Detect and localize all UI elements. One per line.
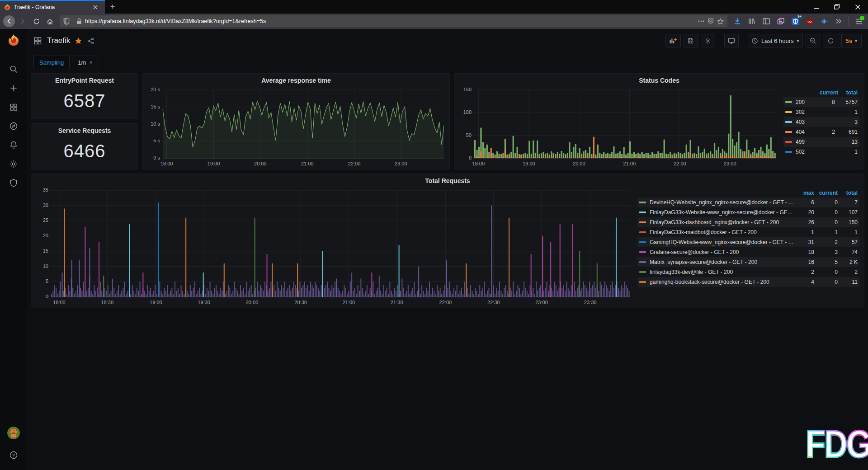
legend-row-item[interactable]: finlaydag33k-dev@file - GET - 200: [637, 267, 796, 277]
tab-close-icon[interactable]: [93, 5, 101, 9]
dashboards-icon[interactable]: [4, 98, 24, 117]
browser-window: Traefik - Grafana + https://grafana.finl…: [0, 0, 868, 470]
create-plus-icon[interactable]: [4, 79, 24, 98]
new-tab-button[interactable]: +: [105, 0, 120, 14]
restore-button[interactable]: [826, 0, 847, 14]
axis-tick-label: 21:00: [343, 300, 355, 305]
legend-row-item[interactable]: FinlayDaG33k-maidbot@docker - GET - 200: [637, 227, 796, 237]
tab-bar: Traefik - Grafana +: [0, 0, 868, 14]
save-dashboard-button[interactable]: [684, 34, 698, 47]
legend-row-item[interactable]: 404: [783, 127, 818, 137]
url-bar[interactable]: https://grafana.finlaydag33k.nl/d/VtBaxZ…: [60, 15, 727, 27]
sampling-variable-value[interactable]: 1m˅: [72, 56, 98, 69]
back-button[interactable]: [3, 15, 15, 28]
library-icon[interactable]: [745, 15, 758, 28]
legend-row-item[interactable]: 403: [783, 117, 818, 127]
favorite-star-icon[interactable]: [75, 37, 82, 45]
forward-button[interactable]: [16, 15, 29, 28]
legend-max-value: 18: [796, 247, 816, 257]
response-time-chart: 18:0019:0020:0021:0022:0023:000 s5 s10 s…: [143, 86, 449, 169]
axis-tick-label: 20 s: [144, 87, 160, 92]
legend-row-item[interactable]: 502: [783, 147, 818, 157]
bookmark-star-icon[interactable]: [717, 18, 724, 25]
legend-row-item[interactable]: gaminghq-bookstack-secure@docker - GET -…: [637, 277, 796, 287]
panel-service-requests[interactable]: Service Requests 6466: [31, 123, 138, 169]
url-text[interactable]: https://grafana.finlaydag33k.nl/d/VtBaxZ…: [85, 18, 695, 24]
legend-series-label: 499: [796, 139, 805, 145]
menu-icon[interactable]: ↑: [853, 15, 865, 28]
explore-compass-icon[interactable]: [4, 117, 24, 136]
close-button[interactable]: [847, 0, 868, 14]
overflow-chevrons-icon[interactable]: [832, 15, 845, 28]
sidebar-toggle-icon[interactable]: [760, 15, 773, 28]
dashboard-title[interactable]: Traefik: [47, 36, 70, 45]
help-icon[interactable]: ?: [4, 446, 24, 465]
legend-row-item[interactable]: FinlayDaG33k-dashboard_nginx@docker - GE…: [637, 217, 796, 227]
legend-row-item[interactable]: Grafana-secure@docker - GET - 200: [637, 247, 796, 257]
legend-total-value: 150: [840, 217, 859, 227]
time-range-picker[interactable]: Last 6 hours ▾: [748, 34, 803, 47]
screenshot-extension-icon[interactable]: [774, 15, 787, 28]
minimize-button[interactable]: [806, 0, 826, 14]
stat-value: 6587: [64, 86, 106, 119]
lock-icon[interactable]: [76, 18, 82, 24]
share-icon[interactable]: [87, 37, 94, 45]
legend-current-value: 2: [818, 127, 837, 137]
dashboard-grid-icon[interactable]: [33, 37, 42, 45]
legend-row-item[interactable]: Matrix_synapse-secure@docker - GET - 200: [637, 257, 796, 267]
refresh-picker: 5s▾: [823, 34, 862, 47]
legend-current-value: 0: [816, 267, 840, 277]
panel-title: Total Requests: [31, 174, 864, 187]
panel-title: EntryPoint Request: [55, 74, 114, 86]
legend-total-value: 2 K: [840, 257, 859, 267]
page-actions-icon[interactable]: [698, 20, 704, 22]
ublock-icon[interactable]: UO: [803, 15, 816, 28]
legend-current-value: 1: [816, 227, 840, 237]
refresh-button[interactable]: [823, 34, 838, 47]
home-button[interactable]: [43, 15, 56, 28]
panel-entrypoint-request[interactable]: EntryPoint Request 6587: [31, 73, 138, 119]
axis-tick-label: 21:00: [623, 161, 636, 166]
browser-tab[interactable]: Traefik - Grafana: [0, 0, 105, 14]
pocket-icon[interactable]: [708, 18, 714, 24]
panel-title: Service Requests: [58, 124, 111, 136]
refresh-interval-dropdown[interactable]: 5s▾: [841, 34, 862, 47]
blue-extension-icon[interactable]: [818, 15, 830, 28]
axis-tick-label: 150: [455, 87, 472, 92]
status-codes-chart: 18:0019:0020:0021:0022:0023:00050100150: [454, 86, 782, 169]
axis-tick-label: 20:00: [254, 161, 267, 166]
legend-row-item[interactable]: 200: [783, 97, 818, 107]
legend-series-label: Matrix_synapse-secure@docker - GET - 200: [650, 259, 757, 265]
panel-status-codes[interactable]: Status Codes 18:0019:0020:0021:0022:0023…: [454, 73, 864, 169]
add-panel-button[interactable]: [665, 34, 681, 47]
user-avatar[interactable]: [7, 427, 20, 439]
legend-row-item[interactable]: FinlayDaG33k-Website-www_nginx-secure@do…: [637, 207, 796, 217]
legend-current-value: 3: [816, 247, 840, 257]
bitwarden-icon[interactable]: 9+: [789, 15, 802, 28]
legend-row-item[interactable]: GamingHQ-Website-www_nginx-secure@docker…: [637, 237, 796, 247]
zoom-out-button[interactable]: [806, 34, 820, 47]
axis-tick-label: 23:00: [535, 300, 548, 305]
legend-row-item[interactable]: 499: [783, 137, 818, 147]
server-admin-shield-icon[interactable]: [4, 174, 24, 193]
legend-row-item[interactable]: DevineHQ-Website_nginx_nginx-secure@dock…: [637, 197, 796, 207]
dashboard-submenu: Sampling 1m˅: [27, 52, 868, 72]
legend-row-item[interactable]: 302: [783, 107, 818, 117]
panel-average-response-time[interactable]: Average response time 18:0019:0020:0021:…: [142, 73, 450, 169]
legend-series-swatch: [639, 231, 646, 233]
axis-tick-label: 35: [32, 187, 48, 193]
search-icon[interactable]: [4, 60, 24, 79]
download-icon[interactable]: [731, 15, 744, 28]
legend-series-label: GamingHQ-Website-www_nginx-secure@docker…: [650, 239, 794, 245]
grafana-logo-icon[interactable]: [7, 33, 20, 47]
reload-button[interactable]: [30, 15, 42, 28]
legend-max-value: 31: [796, 237, 816, 247]
toolbar-divider: [849, 17, 849, 26]
configuration-gear-icon[interactable]: [4, 155, 24, 174]
tracking-protection-shield-icon[interactable]: [63, 18, 70, 25]
panel-total-requests[interactable]: Total Requests 18:0018:3019:0019:3020:00…: [31, 174, 864, 308]
alerting-bell-icon[interactable]: [4, 136, 24, 155]
chevron-down-icon: ▾: [855, 38, 857, 43]
dashboard-settings-button[interactable]: [701, 34, 715, 47]
cycle-view-tv-button[interactable]: [724, 34, 739, 47]
